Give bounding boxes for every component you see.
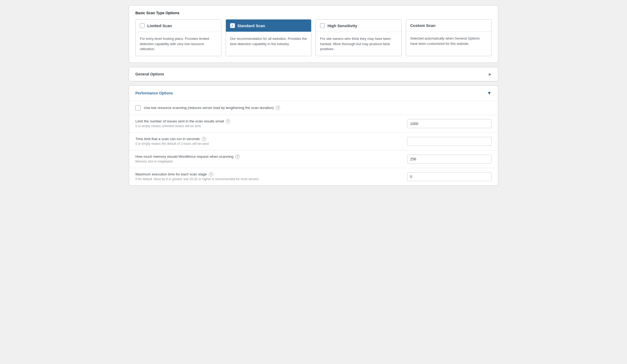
- time-limit-input[interactable]: [407, 137, 492, 146]
- basic-scan-title: Basic Scan Type Options: [129, 6, 498, 19]
- performance-options-title: Performance Options: [135, 91, 173, 95]
- high-sensitivity-header[interactable]: High Sensitivity: [316, 20, 401, 32]
- performance-options-header[interactable]: Performance Options ▼: [129, 86, 498, 101]
- scan-types-grid: Limited Scan For entry-level hosting pla…: [129, 19, 498, 63]
- general-options-header[interactable]: General Options ▶: [129, 67, 498, 81]
- time-limit-sublabel: 0 or empty means the default of 3 hours …: [135, 142, 402, 146]
- limited-scan-label: Limited Scan: [147, 23, 172, 28]
- memory-label: How much memory should Wordfence request…: [135, 155, 402, 159]
- standard-scan-header[interactable]: Standard Scan: [226, 20, 311, 32]
- basic-scan-card: Basic Scan Type Options Limited Scan For…: [129, 5, 498, 63]
- scan-type-custom[interactable]: Custom Scan Selected automatically when …: [406, 19, 492, 56]
- issues-limit-help-icon[interactable]: ?: [226, 119, 230, 123]
- exec-time-row: Maximum execution time for each scan sta…: [129, 168, 498, 185]
- limited-scan-header[interactable]: Limited Scan: [136, 20, 221, 32]
- performance-options-chevron-icon: ▼: [487, 90, 492, 96]
- general-options-chevron-icon: ▶: [489, 72, 492, 76]
- scan-type-limited[interactable]: Limited Scan For entry-level hosting pla…: [135, 19, 221, 56]
- memory-label-group: How much memory should Wordfence request…: [135, 155, 402, 163]
- limited-scan-checkbox[interactable]: [140, 23, 145, 28]
- exec-time-label-group: Maximum execution time for each scan sta…: [135, 172, 402, 181]
- exec-time-sublabel: 0 for default. Must be 8 or greater and …: [135, 177, 402, 181]
- time-limit-label-group: Time limit that a scan can run in second…: [135, 137, 402, 146]
- low-resource-label: Use low resource scanning (reduces serve…: [144, 106, 280, 110]
- high-sensitivity-label: High Sensitivity: [327, 23, 357, 28]
- standard-scan-description: Our recommendation for all websites. Pro…: [226, 32, 311, 51]
- issues-limit-label-group: Limit the number of issues sent in the s…: [135, 119, 402, 128]
- time-limit-help-icon[interactable]: ?: [202, 137, 206, 141]
- exec-time-input[interactable]: [407, 172, 492, 181]
- standard-scan-label: Standard Scan: [238, 23, 265, 28]
- issues-limit-row: Limit the number of issues sent in the s…: [129, 115, 498, 133]
- issues-limit-label: Limit the number of issues sent in the s…: [135, 119, 402, 123]
- issues-limit-sublabel: 0 or empty means unlimited issues will b…: [135, 124, 402, 128]
- high-sensitivity-description: For site owners who think they may have …: [316, 32, 401, 56]
- high-sensitivity-checkbox[interactable]: [320, 23, 325, 28]
- memory-input[interactable]: [407, 155, 492, 164]
- performance-options-section: Performance Options ▼ Use low resource s…: [129, 85, 498, 186]
- general-options-title: General Options: [135, 72, 164, 76]
- low-resource-checkbox[interactable]: [135, 105, 141, 111]
- general-options-section: General Options ▶: [129, 67, 498, 81]
- time-limit-label: Time limit that a scan can run in second…: [135, 137, 402, 141]
- memory-sublabel: Memory size in megabytes: [135, 160, 402, 163]
- exec-time-label: Maximum execution time for each scan sta…: [135, 172, 402, 176]
- memory-row: How much memory should Wordfence request…: [129, 150, 498, 168]
- custom-scan-description: Selected automatically when General Opti…: [406, 32, 492, 50]
- time-limit-row: Time limit that a scan can run in second…: [129, 133, 498, 150]
- scan-type-standard[interactable]: Standard Scan Our recommendation for all…: [226, 19, 312, 56]
- scan-type-high[interactable]: High Sensitivity For site owners who thi…: [316, 19, 402, 56]
- issues-limit-input[interactable]: [407, 119, 492, 128]
- limited-scan-description: For entry-level hosting plans. Provides …: [136, 32, 221, 56]
- custom-scan-label: Custom Scan: [410, 23, 436, 28]
- low-resource-help-icon[interactable]: ?: [276, 106, 280, 110]
- custom-scan-header[interactable]: Custom Scan: [406, 20, 492, 32]
- exec-time-help-icon[interactable]: ?: [209, 172, 213, 176]
- standard-scan-checkbox[interactable]: [230, 23, 235, 28]
- memory-help-icon[interactable]: ?: [235, 155, 240, 159]
- low-resource-row: Use low resource scanning (reduces serve…: [129, 101, 498, 115]
